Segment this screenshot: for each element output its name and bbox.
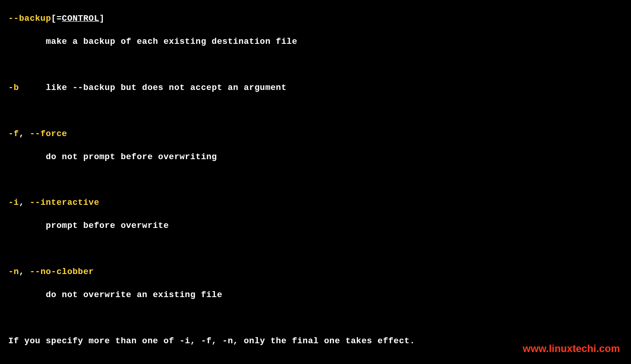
bracket-open: [= xyxy=(51,14,62,24)
option-flag: -f xyxy=(8,129,19,139)
option-desc: prompt before overwrite xyxy=(8,221,627,232)
option-flag: --interactive xyxy=(30,198,99,208)
blank-line xyxy=(8,106,627,117)
terminal-manpage: --backup[=CONTROL] make a backup of each… xyxy=(0,0,631,364)
option-flag: -n xyxy=(8,267,19,277)
blank-line xyxy=(8,313,627,324)
option-flag: -i xyxy=(8,198,19,208)
option-flag: --backup xyxy=(8,14,51,24)
blank-line xyxy=(8,175,627,186)
watermark-text: www.linuxtechi.com xyxy=(523,342,620,356)
option-desc: do not prompt before overwriting xyxy=(8,152,627,163)
option-flag: --force xyxy=(30,129,67,139)
option-arg: CONTROL xyxy=(62,14,99,24)
blank-line xyxy=(8,359,627,364)
option-noclobber-line: -n, --no-clobber xyxy=(8,267,627,278)
option-interactive-line: -i, --interactive xyxy=(8,197,627,209)
option-desc: make a backup of each existing destinati… xyxy=(8,36,627,48)
option-desc: do not overwrite an existing file xyxy=(8,290,627,301)
bracket-close: ] xyxy=(99,14,105,24)
blank-line xyxy=(8,244,627,255)
option-desc: like --backup but does not accept an arg… xyxy=(46,83,286,93)
blank-line xyxy=(8,60,627,71)
option-flag: --no-clobber xyxy=(30,267,94,277)
option-flag: -b xyxy=(8,83,19,93)
option-force-line: -f, --force xyxy=(8,129,627,140)
option-b-line: -b like --backup but does not accept an … xyxy=(8,83,627,94)
option-backup-line: --backup[=CONTROL] xyxy=(8,13,627,25)
